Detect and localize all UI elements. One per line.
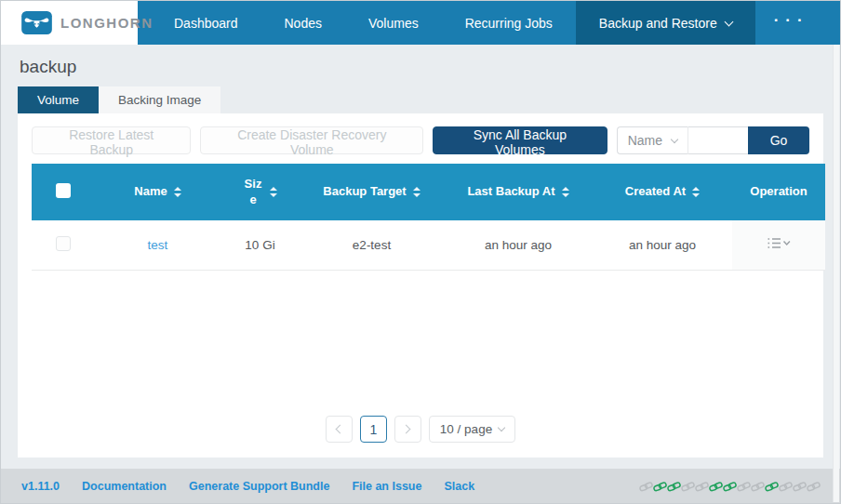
link-status-icons: [639, 480, 821, 493]
select-all-header-cell: [32, 164, 95, 220]
select-all-checkbox[interactable]: [56, 183, 71, 198]
sort-carets-icon[interactable]: [692, 187, 700, 197]
nav-item-label: Volumes: [368, 16, 419, 31]
nav-item-backup-and-restore[interactable]: Backup and Restore: [576, 1, 755, 45]
chain-link-icon: [695, 480, 709, 493]
prev-page-button[interactable]: [326, 416, 353, 443]
main-nav: Dashboard Nodes Volumes Recurring Jobs B…: [151, 1, 822, 45]
chain-link-icon: [653, 480, 667, 493]
chevron-down-icon: [498, 424, 505, 431]
generate-support-bundle-link[interactable]: Generate Support Bundle: [189, 480, 329, 493]
nav-item-more[interactable]: ···: [755, 1, 822, 45]
row-operation-cell: [732, 220, 825, 270]
documentation-link[interactable]: Documentation: [82, 480, 167, 493]
column-label: Size: [243, 177, 263, 207]
chain-link-icon: [779, 480, 793, 493]
pagination: 1 10 / page: [27, 416, 814, 452]
chain-link-icon: [751, 480, 765, 493]
table-header-row: Name Size: [32, 164, 825, 220]
sort-carets-icon[interactable]: [413, 187, 420, 197]
chevron-down-icon: [724, 17, 733, 26]
chain-link-icon: [737, 480, 751, 493]
brand[interactable]: LONGHORN: [1, 1, 138, 45]
more-dots-icon: ···: [774, 11, 809, 30]
tab-label: Backing Image: [118, 93, 201, 107]
search-field-label: Name: [628, 133, 662, 148]
search-input[interactable]: [688, 126, 748, 154]
column-label: Name: [134, 184, 167, 199]
nav-item-volumes[interactable]: Volumes: [345, 1, 442, 45]
main-content: backup Volume Backing Image Restore Late…: [1, 45, 840, 469]
scrollbar-track[interactable]: [833, 45, 839, 502]
chain-link-icon: [793, 480, 807, 493]
nav-item-label: Backup and Restore: [599, 16, 717, 31]
restore-latest-backup-button[interactable]: Restore Latest Backup: [32, 126, 191, 154]
backup-table: Name Size: [32, 164, 809, 271]
chain-link-icon: [807, 480, 821, 493]
column-label: Created At: [625, 184, 686, 199]
footer: v1.11.0 Documentation Generate Support B…: [1, 469, 840, 503]
sync-all-backup-volumes-button[interactable]: Sync All Backup Volumes: [433, 126, 607, 154]
page-title: backup: [20, 57, 821, 77]
nav-item-dashboard[interactable]: Dashboard: [151, 1, 261, 45]
column-header-created-at[interactable]: Created At: [593, 164, 732, 220]
row-checkbox[interactable]: [56, 236, 71, 251]
backup-panel: Restore Latest Backup Create Disaster Re…: [18, 113, 823, 458]
file-an-issue-link[interactable]: File an Issue: [352, 480, 421, 493]
chain-link-icon: [681, 480, 695, 493]
column-header-name[interactable]: Name: [95, 164, 220, 220]
app-window: LONGHORN Dashboard Nodes Volumes Recurri…: [0, 0, 841, 504]
tab-bar: Volume Backing Image: [18, 86, 823, 113]
chevron-down-icon: [671, 135, 678, 142]
brand-text: LONGHORN: [60, 15, 154, 31]
list-dropdown-icon[interactable]: [767, 236, 791, 250]
row-last-backup-at-cell: an hour ago: [444, 220, 593, 270]
chain-link-icon: [709, 480, 723, 493]
row-name-cell: test: [95, 220, 220, 270]
row-size-cell: 10 Gi: [220, 220, 300, 270]
sort-carets-icon[interactable]: [562, 187, 569, 197]
create-disaster-recovery-volume-button[interactable]: Create Disaster Recovery Volume: [200, 126, 423, 154]
longhorn-bull-icon: [21, 11, 52, 34]
search-field-select[interactable]: Name: [617, 126, 688, 154]
column-header-backup-target[interactable]: Backup Target: [300, 164, 444, 220]
column-label: Backup Target: [323, 184, 406, 199]
version-link[interactable]: v1.11.0: [21, 480, 60, 493]
toolbar: Restore Latest Backup Create Disaster Re…: [32, 126, 809, 154]
page-size-select[interactable]: 10 / page: [429, 416, 515, 443]
row-select-cell: [32, 220, 95, 270]
column-label: Last Backup At: [467, 184, 554, 199]
column-label: Operation: [750, 184, 807, 199]
nav-item-nodes[interactable]: Nodes: [261, 1, 345, 45]
go-button[interactable]: Go: [748, 126, 809, 154]
chain-link-icon: [639, 480, 653, 493]
sort-carets-icon[interactable]: [174, 187, 181, 197]
current-page-button[interactable]: 1: [360, 416, 387, 443]
chain-link-icon: [765, 480, 779, 493]
chain-link-icon: [723, 480, 737, 493]
volume-name-link[interactable]: test: [148, 238, 168, 252]
column-header-operation: Operation: [732, 164, 825, 220]
chevron-right-icon: [402, 425, 411, 434]
tab-label: Volume: [37, 93, 79, 107]
slack-link[interactable]: Slack: [444, 480, 474, 493]
table-row: test 10 Gi e2-test an hour ago an hour a…: [32, 220, 825, 270]
tab-volume[interactable]: Volume: [18, 86, 99, 113]
nav-item-recurring-jobs[interactable]: Recurring Jobs: [442, 1, 576, 45]
nav-item-label: Recurring Jobs: [465, 16, 553, 31]
nav-item-label: Dashboard: [174, 16, 238, 31]
page-size-label: 10 / page: [440, 422, 492, 436]
column-header-last-backup-at[interactable]: Last Backup At: [444, 164, 593, 220]
chain-link-icon: [667, 480, 681, 493]
top-navbar: LONGHORN Dashboard Nodes Volumes Recurri…: [1, 1, 840, 45]
row-created-at-cell: an hour ago: [593, 220, 732, 270]
sort-carets-icon[interactable]: [270, 187, 277, 197]
chevron-left-icon: [336, 425, 345, 434]
search-group: Name Go: [617, 126, 809, 154]
nav-item-label: Nodes: [285, 16, 322, 31]
column-header-size[interactable]: Size: [220, 164, 300, 220]
row-backup-target-cell: e2-test: [300, 220, 444, 270]
next-page-button[interactable]: [394, 416, 421, 443]
tab-backing-image[interactable]: Backing Image: [99, 86, 220, 113]
